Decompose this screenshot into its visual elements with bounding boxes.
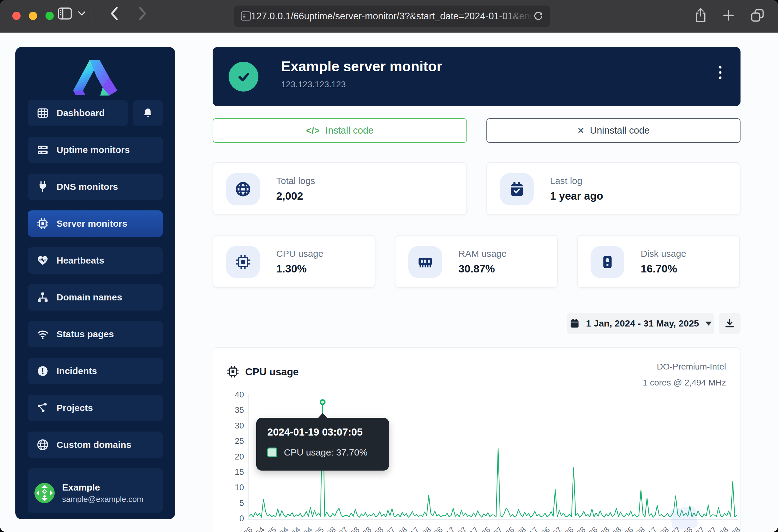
sidebar-toggle-icon[interactable] bbox=[58, 7, 72, 20]
ram-usage-card: RAM usage 30.87% bbox=[395, 235, 558, 288]
stat-value: 30.87% bbox=[458, 263, 495, 275]
browser-toolbar: 127.0.0.1/66uptime/server-monitor/3?&sta… bbox=[0, 0, 778, 32]
sidebar-item-label: DNS monitors bbox=[57, 182, 118, 192]
zoom-window-button[interactable] bbox=[46, 12, 54, 20]
ram-icon bbox=[408, 246, 442, 278]
close-window-button[interactable] bbox=[12, 12, 20, 20]
stat-label: Total logs bbox=[276, 176, 315, 186]
user-email: sample@example.com bbox=[62, 495, 144, 504]
tooltip-timestamp: 2024-01-19 03:07:05 bbox=[267, 426, 363, 438]
cpu-usage-card: CPU usage 1.30% bbox=[213, 235, 376, 288]
tab-overview-icon[interactable] bbox=[750, 7, 765, 24]
sidebar-item-status-pages[interactable]: Status pages bbox=[28, 321, 163, 347]
stat-value: 1.30% bbox=[276, 263, 307, 275]
url-text: 127.0.0.1/66uptime/server-monitor/3?&sta… bbox=[251, 11, 533, 21]
sidebar-item-label: Dashboard bbox=[57, 108, 105, 118]
stat-value: 16.70% bbox=[641, 263, 677, 275]
url-fade bbox=[496, 11, 533, 22]
forward-button[interactable] bbox=[138, 7, 148, 20]
kebab-menu-icon[interactable] bbox=[719, 66, 721, 79]
user-account-button[interactable]: Example sample@example.com bbox=[28, 473, 163, 513]
grid-icon bbox=[37, 107, 49, 119]
stat-label: CPU usage bbox=[276, 249, 323, 259]
globe-icon bbox=[226, 173, 260, 205]
sidebar-item-server-monitors[interactable]: Server monitors bbox=[28, 210, 163, 237]
uninstall-code-button[interactable]: ✕ Uninstall code bbox=[486, 118, 741, 143]
sidebar-item-label: Custom domains bbox=[57, 440, 131, 450]
cpu-usage-chart-card: CPU usage DO-Premium-Intel 1 cores @ 2,4… bbox=[213, 347, 741, 532]
stat-value: 2,002 bbox=[276, 190, 303, 202]
app-logo bbox=[15, 56, 175, 99]
minimize-window-button[interactable] bbox=[29, 12, 37, 20]
cpu-icon bbox=[226, 246, 260, 278]
code-icon: </> bbox=[306, 125, 320, 136]
sidebar-chevron-down-icon[interactable] bbox=[78, 11, 85, 16]
cpu-icon bbox=[227, 365, 239, 379]
close-icon: ✕ bbox=[577, 125, 584, 136]
sidebar-item-domain-names[interactable]: Domain names bbox=[28, 284, 163, 311]
stat-value: 1 year ago bbox=[550, 190, 603, 202]
notifications-button[interactable] bbox=[133, 100, 163, 126]
traffic-lights bbox=[12, 12, 54, 20]
server-stack-icon bbox=[37, 144, 49, 156]
y-axis-line bbox=[248, 394, 249, 519]
total-logs-card: Total logs 2,002 bbox=[213, 162, 467, 215]
stat-label: Last log bbox=[550, 176, 582, 186]
series-swatch bbox=[267, 448, 277, 457]
wifi-icon bbox=[37, 328, 49, 340]
sidebar-item-label: Heartbeats bbox=[57, 255, 104, 266]
server-type: DO-Premium-Intel bbox=[656, 362, 726, 372]
back-button[interactable] bbox=[109, 7, 119, 20]
calendar-check-icon bbox=[500, 173, 534, 205]
toolbar-divider bbox=[92, 7, 92, 20]
server-spec: 1 cores @ 2,494 MHz bbox=[643, 378, 726, 388]
share-nodes-icon bbox=[37, 402, 49, 414]
alert-circle-icon bbox=[37, 365, 49, 377]
download-icon bbox=[724, 318, 735, 329]
hard-drive-icon bbox=[591, 246, 624, 278]
tooltip-value: CPU usage: 37.70% bbox=[284, 447, 368, 458]
user-name: Example bbox=[62, 482, 144, 493]
reload-icon[interactable] bbox=[533, 10, 544, 22]
cpu-icon bbox=[37, 218, 49, 230]
sidebar-item-label: Server monitors bbox=[57, 218, 127, 229]
sidebar-item-label: Domain names bbox=[57, 292, 122, 302]
main-content: Example server monitor 123.123.123.123 <… bbox=[213, 47, 741, 532]
sidebar-item-dns-monitors[interactable]: DNS monitors bbox=[28, 174, 163, 200]
disk-usage-card: Disk usage 16.70% bbox=[577, 235, 740, 288]
sitemap-icon bbox=[37, 291, 49, 303]
monitor-header-card: Example server monitor 123.123.123.123 bbox=[213, 47, 741, 106]
date-range-picker[interactable]: 1 Jan, 2024 - 31 May, 2025 bbox=[567, 313, 714, 334]
new-tab-icon[interactable] bbox=[721, 7, 735, 24]
sidebar-item-label: Status pages bbox=[57, 329, 114, 339]
chart-title: CPU usage bbox=[245, 366, 299, 378]
avatar bbox=[34, 483, 55, 503]
address-bar[interactable]: 127.0.0.1/66uptime/server-monitor/3?&sta… bbox=[234, 6, 550, 27]
sidebar-item-label: Uptime monitors bbox=[57, 145, 130, 155]
sidebar-item-heartbeats[interactable]: Heartbeats bbox=[28, 247, 163, 274]
sidebar-item-label: Incidents bbox=[57, 366, 97, 376]
sidebar: Dashboard Uptime monitors DNS monitors S… bbox=[15, 47, 175, 519]
last-log-card: Last log 1 year ago bbox=[486, 162, 741, 215]
plug-icon bbox=[37, 181, 49, 193]
chart-tooltip: 2024-01-19 03:07:05 CPU usage: 37.70% bbox=[256, 418, 389, 470]
bell-icon bbox=[142, 107, 153, 119]
caret-down-icon bbox=[705, 322, 712, 326]
sidebar-item-custom-domains[interactable]: Custom domains bbox=[28, 432, 163, 458]
app-page: Dashboard Uptime monitors DNS monitors S… bbox=[0, 32, 778, 532]
calendar-icon bbox=[569, 318, 580, 329]
stat-label: RAM usage bbox=[458, 249, 507, 259]
status-ok-icon bbox=[229, 62, 258, 92]
globe-icon bbox=[37, 439, 49, 451]
share-icon[interactable] bbox=[694, 7, 707, 24]
sidebar-item-projects[interactable]: Projects bbox=[28, 395, 163, 421]
monitor-ip: 123.123.123.123 bbox=[281, 80, 346, 89]
sidebar-item-incidents[interactable]: Incidents bbox=[28, 358, 163, 384]
sidebar-item-uptime-monitors[interactable]: Uptime monitors bbox=[28, 137, 163, 163]
sidebar-item-dashboard[interactable]: Dashboard bbox=[28, 100, 128, 126]
safari-window: 127.0.0.1/66uptime/server-monitor/3?&sta… bbox=[0, 0, 778, 532]
install-code-button[interactable]: </> Install code bbox=[213, 118, 467, 143]
highlighted-point bbox=[320, 400, 325, 404]
download-button[interactable] bbox=[719, 313, 741, 334]
heart-pulse-icon bbox=[37, 255, 49, 266]
